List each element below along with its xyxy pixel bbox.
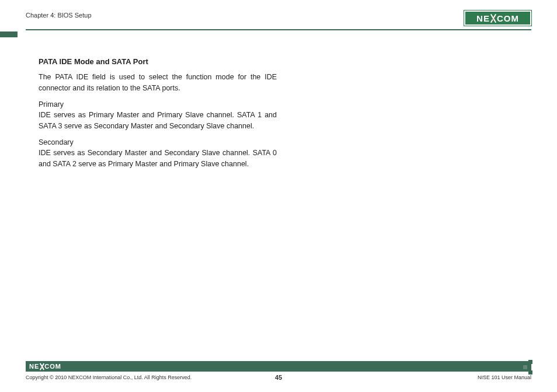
secondary-label: Secondary — [39, 138, 277, 146]
header-rule — [26, 29, 531, 30]
footer-logo-left: NE — [29, 363, 39, 370]
nexcom-logo: NE COM — [464, 10, 531, 26]
copyright-text: Copyright © 2010 NEXCOM International Co… — [26, 374, 192, 380]
primary-label: Primary — [39, 100, 277, 108]
logo-x-icon — [490, 14, 497, 23]
logo-text: NE COM — [476, 13, 519, 23]
intro-paragraph: The PATA IDE field is used to select the… — [39, 72, 277, 94]
footer-meta: Copyright © 2010 NEXCOM International Co… — [26, 373, 531, 382]
footer-decoration-icon — [520, 360, 532, 373]
page-number: 45 — [275, 374, 282, 381]
footer-logo: NE COM — [29, 363, 61, 370]
chapter-label: Chapter 4: BIOS Setup — [26, 10, 92, 19]
section-title: PATA IDE Mode and SATA Port — [39, 57, 277, 66]
content-area: PATA IDE Mode and SATA Port The PATA IDE… — [26, 37, 277, 170]
logo-text-left: NE — [476, 13, 490, 23]
page-footer: NE COM Copyright © 2010 NEXCOM Internati… — [26, 361, 531, 382]
manual-name: NISE 101 User Manual — [478, 374, 531, 380]
footer-logo-right: COM — [44, 363, 61, 370]
logo-text-right: COM — [497, 13, 519, 23]
footer-logo-x-icon — [39, 363, 44, 370]
document-page: Chapter 4: BIOS Setup NE COM PATA IDE Mo… — [0, 0, 557, 392]
page-header: Chapter 4: BIOS Setup NE COM — [26, 10, 531, 26]
accent-tab — [0, 32, 18, 37]
primary-description: IDE serves as Primary Master and Primary… — [39, 110, 277, 132]
secondary-description: IDE serves as Secondary Master and Secon… — [39, 148, 277, 170]
footer-bar: NE COM — [26, 361, 531, 372]
